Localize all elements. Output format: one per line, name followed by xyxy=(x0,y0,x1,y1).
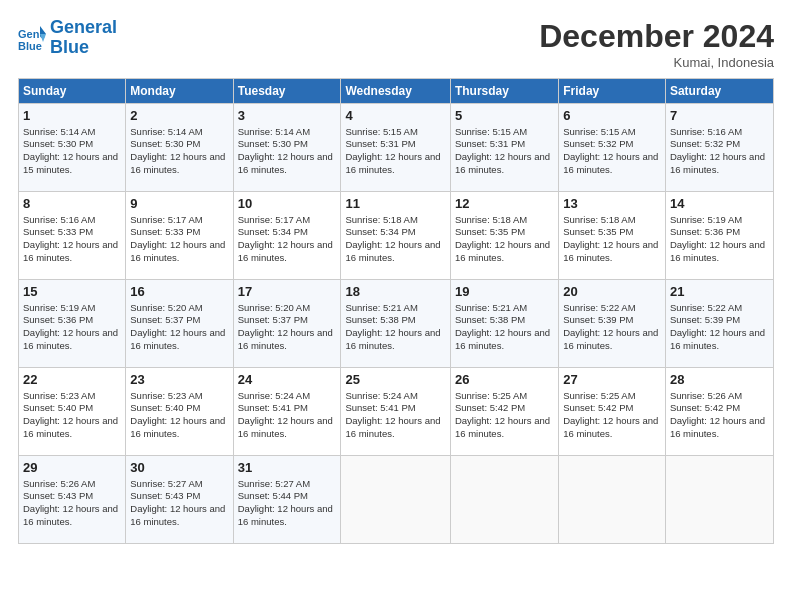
day-number: 27 xyxy=(563,371,661,389)
day-cell: 17Sunrise: 5:20 AMSunset: 5:37 PMDayligh… xyxy=(233,280,341,368)
logo: General Blue General Blue xyxy=(18,18,117,58)
day-number: 24 xyxy=(238,371,337,389)
day-number: 21 xyxy=(670,283,769,301)
day-cell: 24Sunrise: 5:24 AMSunset: 5:41 PMDayligh… xyxy=(233,368,341,456)
day-cell: 29Sunrise: 5:26 AMSunset: 5:43 PMDayligh… xyxy=(19,456,126,544)
day-cell: 16Sunrise: 5:20 AMSunset: 5:37 PMDayligh… xyxy=(126,280,233,368)
header-row: SundayMondayTuesdayWednesdayThursdayFrid… xyxy=(19,79,774,104)
day-number: 9 xyxy=(130,195,228,213)
header-cell-tuesday: Tuesday xyxy=(233,79,341,104)
header-cell-wednesday: Wednesday xyxy=(341,79,450,104)
day-cell: 31Sunrise: 5:27 AMSunset: 5:44 PMDayligh… xyxy=(233,456,341,544)
day-number: 4 xyxy=(345,107,445,125)
logo-text-line2: Blue xyxy=(50,38,117,58)
day-number: 10 xyxy=(238,195,337,213)
day-cell: 12Sunrise: 5:18 AMSunset: 5:35 PMDayligh… xyxy=(450,192,558,280)
day-cell xyxy=(450,456,558,544)
day-cell xyxy=(665,456,773,544)
day-number: 3 xyxy=(238,107,337,125)
day-cell: 28Sunrise: 5:26 AMSunset: 5:42 PMDayligh… xyxy=(665,368,773,456)
calendar-body: 1Sunrise: 5:14 AMSunset: 5:30 PMDaylight… xyxy=(19,104,774,544)
day-cell: 11Sunrise: 5:18 AMSunset: 5:34 PMDayligh… xyxy=(341,192,450,280)
day-number: 13 xyxy=(563,195,661,213)
day-cell: 2Sunrise: 5:14 AMSunset: 5:30 PMDaylight… xyxy=(126,104,233,192)
day-cell xyxy=(559,456,666,544)
header-cell-sunday: Sunday xyxy=(19,79,126,104)
day-number: 14 xyxy=(670,195,769,213)
day-cell: 18Sunrise: 5:21 AMSunset: 5:38 PMDayligh… xyxy=(341,280,450,368)
day-number: 15 xyxy=(23,283,121,301)
header-cell-monday: Monday xyxy=(126,79,233,104)
week-row-4: 22Sunrise: 5:23 AMSunset: 5:40 PMDayligh… xyxy=(19,368,774,456)
day-cell: 7Sunrise: 5:16 AMSunset: 5:32 PMDaylight… xyxy=(665,104,773,192)
day-cell: 26Sunrise: 5:25 AMSunset: 5:42 PMDayligh… xyxy=(450,368,558,456)
month-title: December 2024 xyxy=(539,18,774,55)
header: General Blue General Blue December 2024 … xyxy=(18,18,774,70)
day-cell: 20Sunrise: 5:22 AMSunset: 5:39 PMDayligh… xyxy=(559,280,666,368)
day-number: 20 xyxy=(563,283,661,301)
calendar-header: SundayMondayTuesdayWednesdayThursdayFrid… xyxy=(19,79,774,104)
logo-text-line1: General xyxy=(50,18,117,38)
day-number: 23 xyxy=(130,371,228,389)
header-cell-friday: Friday xyxy=(559,79,666,104)
day-number: 7 xyxy=(670,107,769,125)
title-block: December 2024 Kumai, Indonesia xyxy=(539,18,774,70)
location: Kumai, Indonesia xyxy=(539,55,774,70)
day-number: 16 xyxy=(130,283,228,301)
day-cell: 27Sunrise: 5:25 AMSunset: 5:42 PMDayligh… xyxy=(559,368,666,456)
day-cell: 4Sunrise: 5:15 AMSunset: 5:31 PMDaylight… xyxy=(341,104,450,192)
day-cell: 8Sunrise: 5:16 AMSunset: 5:33 PMDaylight… xyxy=(19,192,126,280)
svg-text:Blue: Blue xyxy=(18,40,42,52)
day-number: 28 xyxy=(670,371,769,389)
day-cell xyxy=(341,456,450,544)
logo-icon: General Blue xyxy=(18,24,46,52)
day-cell: 10Sunrise: 5:17 AMSunset: 5:34 PMDayligh… xyxy=(233,192,341,280)
day-cell: 25Sunrise: 5:24 AMSunset: 5:41 PMDayligh… xyxy=(341,368,450,456)
day-cell: 6Sunrise: 5:15 AMSunset: 5:32 PMDaylight… xyxy=(559,104,666,192)
week-row-3: 15Sunrise: 5:19 AMSunset: 5:36 PMDayligh… xyxy=(19,280,774,368)
day-number: 1 xyxy=(23,107,121,125)
day-number: 8 xyxy=(23,195,121,213)
day-number: 6 xyxy=(563,107,661,125)
day-number: 25 xyxy=(345,371,445,389)
day-cell: 9Sunrise: 5:17 AMSunset: 5:33 PMDaylight… xyxy=(126,192,233,280)
day-number: 22 xyxy=(23,371,121,389)
day-number: 5 xyxy=(455,107,554,125)
day-cell: 1Sunrise: 5:14 AMSunset: 5:30 PMDaylight… xyxy=(19,104,126,192)
week-row-2: 8Sunrise: 5:16 AMSunset: 5:33 PMDaylight… xyxy=(19,192,774,280)
day-cell: 3Sunrise: 5:14 AMSunset: 5:30 PMDaylight… xyxy=(233,104,341,192)
day-cell: 13Sunrise: 5:18 AMSunset: 5:35 PMDayligh… xyxy=(559,192,666,280)
day-number: 2 xyxy=(130,107,228,125)
header-cell-saturday: Saturday xyxy=(665,79,773,104)
day-number: 18 xyxy=(345,283,445,301)
week-row-1: 1Sunrise: 5:14 AMSunset: 5:30 PMDaylight… xyxy=(19,104,774,192)
day-number: 26 xyxy=(455,371,554,389)
day-number: 17 xyxy=(238,283,337,301)
day-cell: 19Sunrise: 5:21 AMSunset: 5:38 PMDayligh… xyxy=(450,280,558,368)
page: General Blue General Blue December 2024 … xyxy=(0,0,792,612)
day-cell: 15Sunrise: 5:19 AMSunset: 5:36 PMDayligh… xyxy=(19,280,126,368)
day-cell: 23Sunrise: 5:23 AMSunset: 5:40 PMDayligh… xyxy=(126,368,233,456)
header-cell-thursday: Thursday xyxy=(450,79,558,104)
day-cell: 14Sunrise: 5:19 AMSunset: 5:36 PMDayligh… xyxy=(665,192,773,280)
calendar-table: SundayMondayTuesdayWednesdayThursdayFrid… xyxy=(18,78,774,544)
day-number: 11 xyxy=(345,195,445,213)
day-number: 12 xyxy=(455,195,554,213)
day-number: 19 xyxy=(455,283,554,301)
week-row-5: 29Sunrise: 5:26 AMSunset: 5:43 PMDayligh… xyxy=(19,456,774,544)
day-number: 31 xyxy=(238,459,337,477)
day-cell: 5Sunrise: 5:15 AMSunset: 5:31 PMDaylight… xyxy=(450,104,558,192)
day-cell: 21Sunrise: 5:22 AMSunset: 5:39 PMDayligh… xyxy=(665,280,773,368)
day-cell: 22Sunrise: 5:23 AMSunset: 5:40 PMDayligh… xyxy=(19,368,126,456)
day-number: 29 xyxy=(23,459,121,477)
day-cell: 30Sunrise: 5:27 AMSunset: 5:43 PMDayligh… xyxy=(126,456,233,544)
day-number: 30 xyxy=(130,459,228,477)
